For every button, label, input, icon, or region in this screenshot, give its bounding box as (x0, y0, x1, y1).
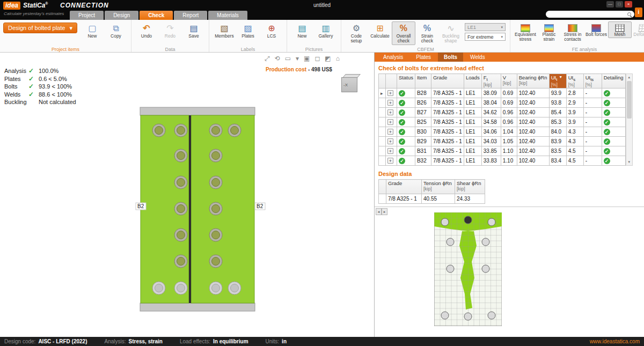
front-view-icon[interactable]: ◻ (314, 55, 320, 62)
scroll-down-icon[interactable]: ▼ (627, 159, 631, 165)
overall-check-button[interactable]: % Overall check (392, 21, 415, 45)
bolt-row[interactable]: +✓B317/8 A325 - 1LE133.851.10102.4083.54… (379, 146, 626, 156)
members-labels-button[interactable]: ▧ Members (213, 21, 236, 40)
tab-plates[interactable]: Plates (410, 53, 437, 62)
tab-report[interactable]: Report (174, 11, 207, 20)
strain-check-button[interactable]: % Strain check (415, 21, 439, 45)
buckling-shape-button[interactable]: ∿ Buckling shape (439, 21, 463, 45)
lcs-button[interactable]: ⊕ LCS (260, 21, 283, 40)
splitter-left-icon[interactable]: ◂ (376, 208, 382, 215)
save-button[interactable]: ▤ Save (182, 21, 206, 40)
mesh-button[interactable]: Mesh (608, 21, 632, 38)
col-dd-tension[interactable]: Tension ϕRn[kip] (422, 180, 455, 194)
expand-row-button[interactable]: + (387, 158, 393, 164)
clip-plane-icon[interactable]: ◩ (325, 55, 331, 62)
expand-row-button[interactable]: + (387, 119, 393, 125)
col-v[interactable]: V[kip] (501, 74, 517, 89)
search-input[interactable] (546, 11, 627, 17)
bolt-row[interactable]: +✓B327/8 A325 - 1LE133.831.10102.4083.44… (379, 156, 626, 166)
tab-bolts[interactable]: Bolts (438, 53, 463, 62)
splitter-right-icon[interactable]: ▸ (382, 208, 387, 215)
plates-labels-button[interactable]: ▨ Plates (236, 21, 260, 40)
group-pictures: ▤ New ▥ Gallery Pictures (287, 20, 341, 52)
website-link[interactable]: www.ideastatica.com (590, 338, 640, 344)
expand-row-button[interactable]: + (387, 129, 393, 135)
orbit-icon[interactable]: ⟲ (275, 55, 280, 62)
new-picture-button[interactable]: ▤ New (290, 21, 314, 40)
bolt-row[interactable]: +✓B297/8 A325 - 1LE134.031.05102.4083.94… (379, 137, 626, 146)
search-box[interactable] (546, 11, 634, 18)
expand-row-button[interactable]: + (387, 138, 393, 144)
mesh-pane-splitter[interactable]: ◂ ▸ (376, 208, 387, 215)
calculate-button[interactable]: ⊞ Calculate (368, 21, 392, 40)
right-plate[interactable] (191, 115, 254, 303)
col-bearing[interactable]: Bearing ϕRn[kip] (517, 74, 549, 89)
detailing-ok-icon: ✓ (604, 138, 610, 145)
bolt-row[interactable]: +✓B307/8 A325 - 1LE134.061.04102.4084.04… (379, 127, 626, 137)
summary-row-bolts[interactable]: Bolts ✓ 93.9 < 100% (0, 83, 105, 91)
gallery-button[interactable]: ▥ Gallery (314, 21, 338, 40)
load-case-dropdown[interactable]: LE1▾ (465, 23, 506, 31)
copy-button[interactable]: ⧉ Copy (104, 21, 128, 40)
stress-in-contacts-button[interactable]: Stress in contacts (561, 21, 584, 43)
summary-row-buckling[interactable]: Buckling Not calculated (0, 98, 105, 106)
maximize-icon[interactable]: □ (616, 1, 623, 8)
col-loads[interactable]: Loads (464, 74, 481, 89)
new-project-item-button[interactable]: ▢ New (80, 21, 104, 40)
home-view-icon[interactable]: ⌂ (336, 55, 340, 62)
select-mode-icon[interactable]: ▭ (285, 55, 291, 62)
expand-row-button[interactable]: + (387, 148, 393, 154)
design-data-row[interactable]: 7/8 A325 - 1 40.55 24.33 (379, 194, 485, 204)
col-utt-sorted[interactable]: Utt▼[%] (549, 74, 566, 89)
col-item[interactable]: Item (415, 74, 431, 89)
tab-check[interactable]: Check (140, 11, 173, 20)
connection-3d-view[interactable]: B2 B2 (105, 53, 374, 337)
info-button[interactable]: i (635, 8, 642, 17)
expand-row-button[interactable]: + (387, 109, 393, 115)
col-detailing[interactable]: Detailing (602, 74, 625, 89)
plate-mesh-view[interactable] (434, 212, 502, 326)
col-status[interactable]: Status (397, 74, 415, 89)
select-dropdown-icon[interactable]: ▾ (296, 55, 299, 62)
deformed-button[interactable]: Deformed (632, 21, 644, 38)
col-dd-shear[interactable]: Shear ϕRn[kip] (455, 180, 485, 194)
undo-button[interactable]: ↶ Undo (135, 21, 158, 40)
pass-check-icon: ✓ (28, 91, 39, 98)
col-utts[interactable]: Utts[%] (583, 74, 602, 89)
extreme-filter-dropdown[interactable]: For extreme▾ (465, 33, 506, 41)
bolt-forces-button[interactable]: Bolt forces (584, 21, 608, 38)
expand-row-button[interactable]: + (387, 100, 393, 106)
summary-row-plates[interactable]: Plates ✓ 0.6 < 5.0% (0, 75, 105, 83)
bolt-row[interactable]: +✓B257/8 A325 - 1LE134.580.96102.4085.33… (379, 117, 626, 127)
minimize-icon[interactable]: — (606, 1, 614, 8)
close-icon[interactable]: × (625, 1, 632, 8)
scrollbar-thumb[interactable] (627, 81, 632, 119)
summary-row-analysis[interactable]: Analysis ✓ 100.0% (0, 67, 105, 75)
summary-row-welds[interactable]: Welds ✓ 88.6 < 100% (0, 91, 105, 99)
expand-row-button[interactable]: + (387, 90, 393, 96)
redo-button[interactable]: ↷ Redo (158, 21, 182, 40)
bolt-row[interactable]: +✓B277/8 A325 - 1LE134.620.96102.4085.43… (379, 108, 626, 117)
design-type-dropdown[interactable]: Design of bolted plate▾ (3, 23, 77, 33)
isometric-view-icon[interactable]: ▣ (304, 55, 310, 62)
fit-view-icon[interactable]: ⤢ (265, 55, 270, 62)
col-dd-grade[interactable]: Grade (386, 180, 422, 194)
bolt-row[interactable]: ▸+✓B287/8 A325 - 1LE138.090.69102.4093.9… (379, 89, 626, 98)
tab-design[interactable]: Design (105, 11, 138, 20)
view-cube[interactable]: -X (341, 74, 361, 93)
equivalent-stress-button[interactable]: Equivalent stress (514, 21, 537, 43)
col-ft[interactable]: Ft[kip] (481, 74, 501, 89)
col-grade[interactable]: Grade (431, 74, 464, 89)
scroll-up-icon[interactable]: ▲ (627, 74, 631, 80)
tab-analysis[interactable]: Analysis (377, 53, 409, 62)
new-picture-icon: ▤ (298, 23, 306, 34)
plastic-strain-button[interactable]: Plastic strain (537, 21, 561, 43)
code-setup-button[interactable]: ⚙ Code setup (345, 21, 368, 45)
tab-project[interactable]: Project (70, 11, 104, 20)
model-viewport[interactable]: ⤢⟲▭▾▣◻◩⌂ Production cost - 498 US$ -X B2 (105, 53, 374, 337)
tab-materials[interactable]: Materials (208, 11, 247, 20)
col-uts[interactable]: Uts[%] (566, 74, 583, 89)
bolts-table-scrollbar[interactable]: ▲ ▼ (626, 73, 633, 166)
bolt-row[interactable]: +✓B267/8 A325 - 1LE138.040.69102.4093.82… (379, 98, 626, 108)
tab-welds[interactable]: Welds (464, 53, 491, 62)
